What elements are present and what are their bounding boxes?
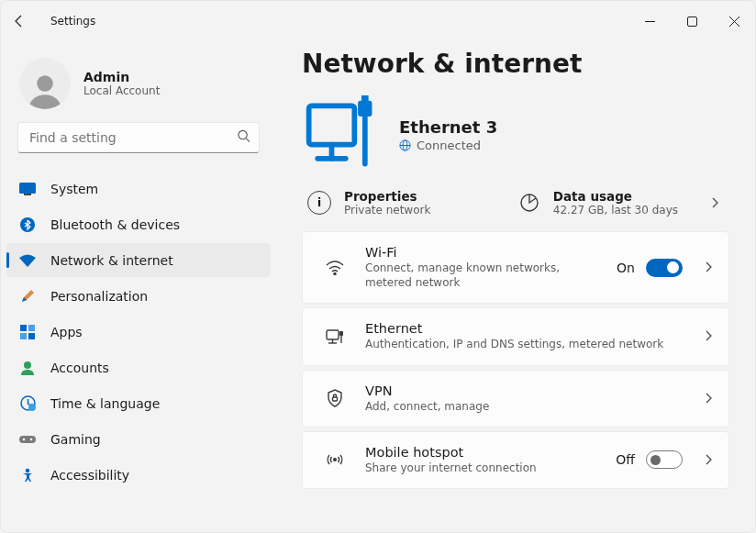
sidebar-item-network[interactable]: Network & internet bbox=[6, 243, 271, 277]
svg-point-5 bbox=[239, 130, 247, 139]
chevron-right-icon bbox=[703, 259, 714, 276]
card-sub: Share your internet connection bbox=[365, 461, 595, 475]
sidebar-item-apps[interactable]: Apps bbox=[6, 315, 271, 349]
card-title: Wi-Fi bbox=[365, 245, 596, 260]
search-icon bbox=[237, 129, 250, 147]
card-wifi[interactable]: Wi-Fi Connect, manage known networks, me… bbox=[302, 231, 729, 304]
svg-rect-21 bbox=[309, 105, 355, 144]
window-title: Settings bbox=[38, 15, 95, 28]
sidebar-item-label: Gaming bbox=[50, 432, 101, 447]
sidebar-item-label: System bbox=[50, 182, 98, 196]
sidebar-item-label: Network & internet bbox=[50, 253, 173, 268]
search-input[interactable] bbox=[17, 122, 260, 153]
settings-window: Settings Admin Local Account bbox=[0, 0, 756, 533]
paintbrush-icon bbox=[19, 288, 36, 305]
connection-name: Ethernet 3 bbox=[399, 117, 497, 137]
accessibility-icon bbox=[19, 467, 36, 483]
data-usage-title: Data usage bbox=[553, 189, 678, 204]
svg-rect-17 bbox=[19, 436, 36, 443]
ethernet-illustration-icon bbox=[302, 95, 381, 174]
toggle-label: On bbox=[617, 261, 635, 275]
wifi-toggle[interactable] bbox=[646, 259, 683, 277]
svg-point-18 bbox=[23, 438, 26, 440]
card-sub: Add, connect, manage bbox=[365, 399, 683, 414]
profile-sub: Local Account bbox=[83, 84, 160, 97]
card-text: VPN Add, connect, manage bbox=[365, 383, 683, 414]
apps-icon bbox=[19, 324, 36, 340]
properties-block[interactable]: i Properties Private network bbox=[307, 189, 430, 217]
avatar bbox=[19, 58, 71, 109]
sidebar-item-personalization[interactable]: Personalization bbox=[6, 279, 271, 313]
hotspot-toggle-wrap: Off bbox=[616, 450, 683, 469]
chevron-right-icon bbox=[703, 451, 714, 469]
svg-rect-10 bbox=[20, 325, 27, 331]
connection-text: Ethernet 3 Connected bbox=[399, 117, 497, 152]
svg-rect-25 bbox=[358, 101, 372, 117]
ethernet-icon bbox=[325, 329, 345, 344]
svg-point-16 bbox=[28, 404, 36, 411]
chevron-right-icon bbox=[703, 328, 714, 345]
maximize-button[interactable] bbox=[671, 6, 713, 36]
minimize-button[interactable] bbox=[628, 6, 671, 36]
svg-rect-32 bbox=[327, 330, 339, 339]
close-button[interactable] bbox=[713, 6, 755, 36]
info-icon: i bbox=[307, 191, 331, 215]
search-wrap bbox=[1, 122, 276, 168]
connection-status: Ethernet 3 Connected bbox=[302, 95, 746, 174]
wifi-icon bbox=[19, 252, 36, 269]
back-button[interactable] bbox=[1, 1, 38, 41]
svg-rect-37 bbox=[333, 397, 338, 401]
sidebar-item-system[interactable]: System bbox=[6, 172, 271, 205]
sidebar-item-accounts[interactable]: Accounts bbox=[6, 350, 271, 384]
card-sub: Authentication, IP and DNS settings, met… bbox=[365, 337, 683, 351]
connection-status-label: Connected bbox=[417, 139, 481, 152]
svg-point-20 bbox=[26, 468, 30, 472]
card-vpn[interactable]: VPN Add, connect, manage bbox=[302, 370, 729, 428]
hotspot-icon bbox=[325, 451, 345, 468]
window-controls bbox=[628, 6, 755, 36]
system-icon bbox=[19, 181, 36, 197]
arrow-left-icon bbox=[12, 14, 27, 28]
sidebar-item-label: Accessibility bbox=[50, 468, 129, 483]
wifi-icon bbox=[325, 261, 345, 275]
sidebar-item-label: Apps bbox=[50, 325, 83, 339]
page-title: Network & internet bbox=[302, 49, 746, 79]
hotspot-toggle[interactable] bbox=[646, 450, 683, 469]
card-hotspot[interactable]: Mobile hotspot Share your internet conne… bbox=[302, 431, 729, 489]
body: Admin Local Account System Bluetooth & d… bbox=[1, 41, 755, 532]
close-icon bbox=[729, 17, 739, 27]
bluetooth-icon bbox=[19, 217, 36, 233]
card-text: Ethernet Authentication, IP and DNS sett… bbox=[365, 321, 683, 351]
card-text: Wi-Fi Connect, manage known networks, me… bbox=[365, 245, 596, 290]
data-usage-block[interactable]: Data usage 42.27 GB, last 30 days bbox=[518, 189, 678, 217]
settings-cards: Wi-Fi Connect, manage known networks, me… bbox=[302, 231, 746, 489]
profile[interactable]: Admin Local Account bbox=[1, 50, 276, 122]
profile-name: Admin bbox=[83, 70, 160, 84]
titlebar: Settings bbox=[1, 1, 755, 41]
svg-line-6 bbox=[246, 139, 250, 142]
accounts-icon bbox=[19, 360, 36, 376]
minimize-icon bbox=[645, 17, 655, 27]
svg-point-38 bbox=[334, 459, 337, 461]
chevron-right-icon bbox=[703, 390, 714, 407]
properties-title: Properties bbox=[344, 189, 430, 204]
svg-point-14 bbox=[24, 361, 31, 369]
gaming-icon bbox=[19, 431, 36, 448]
sidebar-item-bluetooth[interactable]: Bluetooth & devices bbox=[6, 207, 271, 241]
card-text: Mobile hotspot Share your internet conne… bbox=[365, 445, 595, 475]
sidebar-item-accessibility[interactable]: Accessibility bbox=[6, 458, 271, 492]
clock-globe-icon bbox=[19, 395, 36, 412]
card-title: VPN bbox=[365, 383, 683, 398]
main[interactable]: Network & internet Ethernet 3 Connected bbox=[276, 41, 755, 532]
sidebar-item-label: Accounts bbox=[50, 361, 109, 375]
toggle-label: Off bbox=[616, 452, 635, 467]
sidebar-item-label: Personalization bbox=[50, 289, 148, 304]
card-ethernet[interactable]: Ethernet Authentication, IP and DNS sett… bbox=[302, 307, 729, 365]
svg-rect-12 bbox=[20, 333, 27, 339]
wifi-toggle-wrap: On bbox=[617, 259, 683, 277]
sidebar-item-time[interactable]: Time & language bbox=[6, 386, 271, 420]
svg-rect-8 bbox=[24, 194, 31, 195]
svg-rect-11 bbox=[28, 325, 35, 331]
svg-rect-35 bbox=[339, 331, 343, 336]
sidebar-item-gaming[interactable]: Gaming bbox=[6, 422, 271, 456]
